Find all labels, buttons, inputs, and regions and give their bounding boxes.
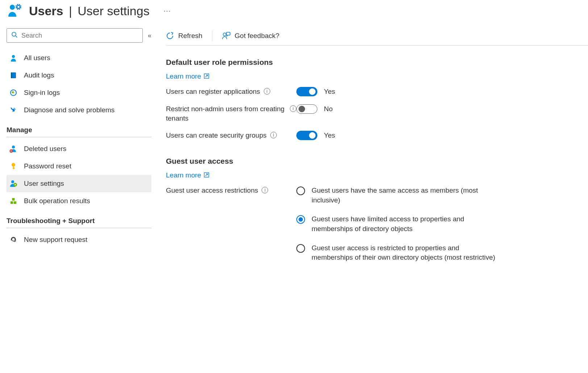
nav-label: Password reset — [24, 162, 71, 170]
svg-line-12 — [16, 36, 17, 38]
sidebar-item-icon — [9, 145, 17, 153]
sidebar-item-icon — [9, 89, 17, 97]
section-title-guest-access: Guest user access — [166, 157, 588, 165]
info-icon[interactable]: i — [270, 132, 277, 138]
nav-label: Sign-in logs — [24, 89, 60, 97]
toggle[interactable] — [296, 87, 317, 96]
sidebar-item-icon — [9, 106, 17, 114]
svg-rect-28 — [12, 198, 15, 201]
refresh-button[interactable]: Refresh — [166, 32, 203, 40]
nav-label: User settings — [24, 180, 64, 188]
sidebar: « All usersAudit logsSign-in logsDiagnos… — [7, 28, 151, 271]
setting-label: Users can create security groups — [166, 131, 267, 140]
sidebar-item-diagnose-and-solve-problems[interactable]: Diagnose and solve problems — [7, 101, 151, 119]
svg-rect-19 — [11, 151, 12, 151]
learn-more-label: Learn more — [166, 72, 201, 80]
info-icon[interactable]: i — [262, 187, 268, 193]
search-input[interactable] — [21, 32, 138, 39]
sidebar-item-user-settings[interactable]: User settings — [7, 175, 151, 192]
sidebar-item-new-support-request[interactable]: New support request — [7, 231, 151, 248]
radio-option[interactable]: Guest users have limited access to prope… — [296, 214, 499, 234]
page-title-subtitle: User settings — [78, 4, 149, 18]
page-title-bold: Users — [29, 4, 63, 18]
svg-point-29 — [12, 238, 15, 241]
feedback-label: Got feedback? — [235, 32, 280, 40]
learn-more-label: Learn more — [166, 171, 201, 179]
nav-label: Bulk operation results — [24, 197, 90, 205]
info-icon[interactable]: i — [290, 105, 296, 112]
sidebar-item-sign-in-logs[interactable]: Sign-in logs — [7, 84, 151, 101]
sidebar-item-icon — [9, 54, 17, 62]
toolbar: Refresh Got feedback? — [166, 28, 588, 46]
radio-label: Guest user access is restricted to prope… — [312, 243, 499, 263]
toggle[interactable] — [296, 104, 317, 114]
radio-button[interactable] — [296, 244, 305, 253]
svg-rect-22 — [13, 168, 15, 169]
toggle-value-text: No — [324, 105, 333, 113]
learn-more-default-role[interactable]: Learn more — [166, 72, 209, 80]
sidebar-item-all-users[interactable]: All users — [7, 49, 151, 67]
feedback-icon — [222, 32, 230, 40]
toolbar-separator — [212, 30, 212, 41]
info-icon[interactable]: i — [264, 88, 270, 95]
svg-point-23 — [11, 180, 14, 183]
setting-row: Users can create security groupsiYes — [166, 131, 588, 140]
svg-point-2 — [17, 6, 20, 8]
radio-option[interactable]: Guest users have the same access as memb… — [296, 186, 499, 205]
nav-label: New support request — [24, 236, 87, 244]
setting-label: Users can register applications — [166, 87, 260, 96]
nav-label: Deleted users — [24, 145, 66, 153]
setting-label: Restrict non-admin users from creating t… — [166, 104, 286, 123]
svg-point-30 — [223, 33, 226, 36]
guest-access-restrictions-row: Guest user access restrictions i Guest u… — [166, 186, 588, 263]
sidebar-section-support: Troubleshooting + Support — [7, 210, 151, 228]
nav-label: Diagnose and solve problems — [24, 106, 114, 114]
refresh-label: Refresh — [178, 32, 203, 40]
more-actions-button[interactable]: ⋯ — [156, 7, 171, 15]
sidebar-item-audit-logs[interactable]: Audit logs — [7, 67, 151, 84]
sidebar-item-icon — [9, 180, 17, 188]
svg-rect-15 — [11, 72, 12, 78]
svg-rect-31 — [226, 32, 230, 35]
nav-label: All users — [24, 54, 50, 62]
external-link-icon — [204, 172, 209, 179]
nav-label: Audit logs — [24, 71, 54, 79]
sidebar-item-icon — [9, 236, 17, 244]
svg-point-0 — [10, 5, 15, 10]
radio-button[interactable] — [296, 186, 305, 195]
svg-point-13 — [12, 55, 15, 58]
page-title-separator: | — [67, 4, 74, 18]
radio-button[interactable] — [296, 215, 305, 224]
section-title-default-role: Default user role permissions — [166, 58, 588, 67]
page-title: Users | User settings — [29, 4, 150, 18]
external-link-icon — [204, 74, 209, 80]
sidebar-item-icon — [9, 162, 17, 170]
radio-option[interactable]: Guest user access is restricted to prope… — [296, 243, 499, 263]
svg-point-20 — [12, 163, 15, 167]
svg-point-25 — [14, 184, 16, 185]
learn-more-guest-access[interactable]: Learn more — [166, 171, 209, 179]
sidebar-item-bulk-operation-results[interactable]: Bulk operation results — [7, 192, 151, 210]
radio-label: Guest users have the same access as memb… — [312, 186, 499, 205]
sidebar-item-icon — [9, 71, 17, 79]
radio-label: Guest users have limited access to prope… — [312, 214, 499, 234]
page-header: Users | User settings ⋯ — [7, 0, 588, 28]
sidebar-item-icon — [9, 197, 17, 205]
svg-point-17 — [12, 146, 15, 148]
sidebar-item-deleted-users[interactable]: Deleted users — [7, 140, 151, 158]
toggle[interactable] — [296, 131, 317, 140]
main-content: Refresh Got feedback? Default user role … — [166, 28, 588, 271]
svg-point-11 — [12, 32, 16, 36]
setting-row: Users can register applicationsiYes — [166, 87, 588, 96]
collapse-sidebar-button[interactable]: « — [148, 32, 151, 39]
refresh-icon — [166, 32, 174, 40]
sidebar-section-manage: Manage — [7, 119, 151, 137]
sidebar-item-password-reset[interactable]: Password reset — [7, 158, 151, 175]
feedback-button[interactable]: Got feedback? — [222, 32, 280, 40]
toggle-value-text: Yes — [324, 131, 335, 139]
toggle-value-text: Yes — [324, 88, 335, 96]
svg-rect-26 — [11, 201, 13, 204]
svg-rect-27 — [14, 201, 16, 204]
search-box[interactable] — [7, 28, 143, 43]
guest-restrictions-label: Guest user access restrictions — [166, 186, 258, 195]
